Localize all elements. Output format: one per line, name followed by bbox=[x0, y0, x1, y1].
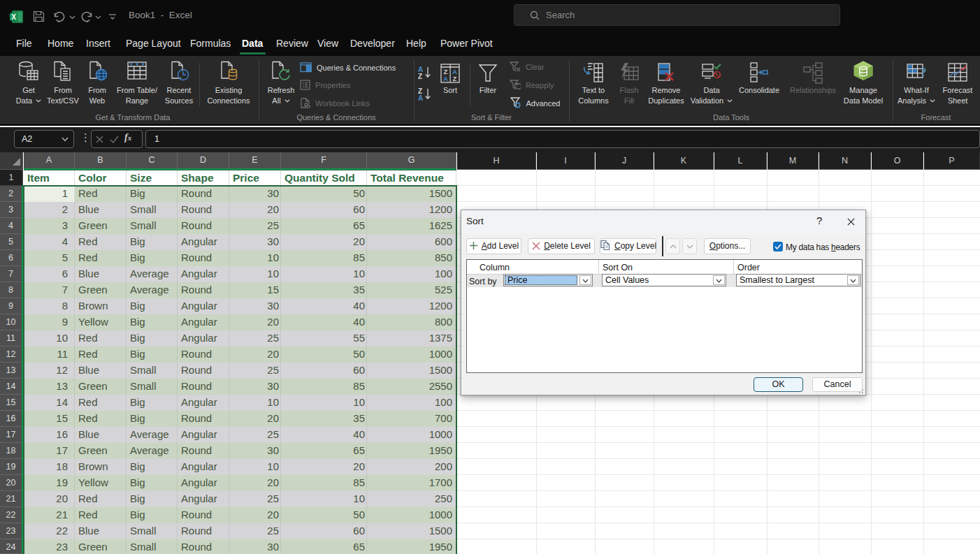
svg-text:X: X bbox=[11, 13, 16, 21]
